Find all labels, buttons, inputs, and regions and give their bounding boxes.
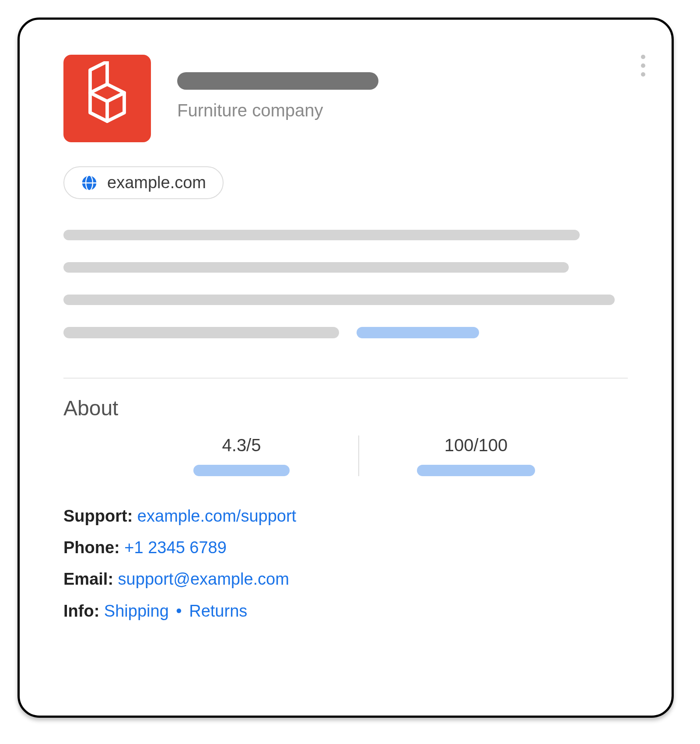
phone-label: Phone: — [63, 538, 120, 557]
globe-icon — [81, 175, 98, 191]
rating-value: 4.3/5 — [222, 435, 261, 455]
website-domain-text: example.com — [107, 173, 206, 192]
dot-icon — [641, 72, 645, 77]
support-label: Support: — [63, 507, 133, 525]
skeleton-line — [63, 295, 615, 305]
chair-icon — [79, 61, 136, 136]
info-line: Info: Shipping • Returns — [63, 595, 628, 627]
title-block: Furniture company — [177, 55, 378, 120]
panel-header: Furniture company — [63, 55, 628, 142]
separator-dot: • — [173, 602, 184, 620]
returns-link[interactable]: Returns — [189, 602, 247, 620]
rating-label-placeholder — [193, 465, 290, 476]
skeleton-link-placeholder — [357, 327, 479, 338]
info-label: Info: — [63, 602, 99, 620]
section-divider — [63, 378, 628, 379]
rating-score: 100/100 — [359, 435, 593, 476]
email-line: Email: support@example.com — [63, 563, 628, 595]
skeleton-line — [63, 230, 580, 240]
website-chip[interactable]: example.com — [63, 166, 224, 199]
skeleton-line — [63, 327, 339, 338]
knowledge-panel-card: Furniture company example.com About 4. — [18, 18, 674, 718]
support-link[interactable]: example.com/support — [137, 507, 296, 525]
dot-icon — [641, 55, 645, 59]
shipping-link[interactable]: Shipping — [104, 602, 169, 620]
about-heading: About — [63, 396, 628, 420]
support-line: Support: example.com/support — [63, 500, 628, 532]
rating-value: 100/100 — [444, 435, 508, 455]
rating-label-placeholder — [417, 465, 535, 476]
business-logo — [63, 55, 151, 142]
skeleton-last-row — [63, 327, 628, 338]
contact-block: Support: example.com/support Phone: +1 2… — [63, 500, 628, 627]
ratings-row: 4.3/5 100/100 — [125, 435, 593, 476]
dot-icon — [641, 63, 645, 68]
phone-link[interactable]: +1 2345 6789 — [124, 538, 227, 557]
email-label: Email: — [63, 570, 113, 588]
description-placeholder — [63, 230, 628, 338]
business-category: Furniture company — [177, 101, 378, 120]
email-link[interactable]: support@example.com — [118, 570, 289, 588]
more-options-button[interactable] — [637, 55, 650, 77]
phone-line: Phone: +1 2345 6789 — [63, 532, 628, 563]
skeleton-line — [63, 262, 569, 273]
business-name-placeholder — [177, 72, 378, 90]
rating-reviews: 4.3/5 — [125, 435, 358, 476]
